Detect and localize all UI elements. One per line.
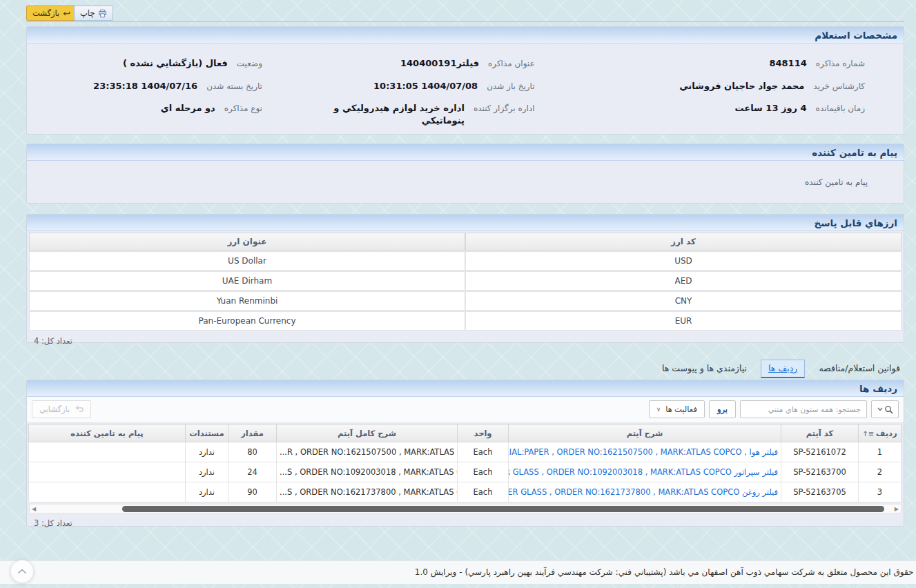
item-qty: 24 bbox=[228, 462, 277, 482]
currency-row: AED UAE Dirham bbox=[29, 271, 902, 291]
item-docs: ندارد bbox=[186, 482, 228, 502]
col-header-qty[interactable]: مقدار bbox=[228, 424, 277, 442]
item-desc-link[interactable]: ...RIAL:FIBER GLASS , ORDER NO:162173780… bbox=[509, 487, 779, 497]
actions-menu-button[interactable]: فعالیت ها ∨ bbox=[649, 400, 705, 418]
item-code: SP-52161072 bbox=[781, 442, 859, 462]
currencies-header-row: کد ارز عنوان ارز bbox=[29, 233, 902, 251]
print-button-label: چاپ bbox=[80, 8, 95, 18]
go-button[interactable]: برو bbox=[709, 400, 736, 418]
currency-row: USD US Dollar bbox=[29, 251, 902, 271]
printer-icon bbox=[98, 9, 107, 18]
inquiry-page: { "header_toolbar": { "back": "بازگشت", … bbox=[0, 0, 916, 588]
scroll-to-top-button[interactable] bbox=[10, 560, 34, 583]
items-toolbar-left-group: بازگشایي bbox=[32, 400, 91, 418]
currency-code: USD bbox=[465, 251, 902, 271]
item-desc-cell: ...RIAL:FIBER GLASS , ORDER NO:162173780… bbox=[509, 482, 781, 502]
currency-name: Yuan Renminbi bbox=[29, 291, 465, 311]
items-total-count: تعداد کل: 3 bbox=[27, 513, 904, 528]
items-panel: ردیف ها برو فعالیت ها ∨ bbox=[26, 380, 904, 527]
currencies-table: کد ارز عنوان ارز USD US Dollar AED UAE D… bbox=[29, 232, 902, 331]
col-header-item-code[interactable]: کد آیتم bbox=[781, 424, 859, 442]
item-qty: 90 bbox=[228, 482, 277, 502]
field-value: فعال (بازگشایي نشده ) bbox=[123, 57, 228, 70]
copyright-text: كلیه حقوق این محصول متعلق به شركت سهامي … bbox=[415, 567, 916, 577]
tab-inquiry-rules[interactable]: قوانین استعلام/مناقصه bbox=[815, 360, 904, 378]
item-supplier-msg bbox=[29, 462, 186, 482]
scrollbar-thumb[interactable] bbox=[122, 506, 884, 512]
field-label: کارشناس خرید bbox=[813, 81, 865, 91]
items-table: ردیف↑≡ کد آیتم شرح آیتم واحد شرح کامل آی… bbox=[28, 424, 902, 502]
chevron-down-icon bbox=[877, 407, 883, 411]
field-time-remaining: زمان باقیمانده 4 روز 13 ساعت bbox=[535, 102, 865, 126]
field-label: نوع مذاکره bbox=[224, 104, 262, 113]
field-label: تاریخ باز شدن bbox=[487, 81, 534, 91]
item-desc-link[interactable]: ..., MATERIAL:PAPER , ORDER NO:162150750… bbox=[509, 447, 779, 457]
tab-requirements-attachments[interactable]: نیازمندي ها و پیوست ها bbox=[658, 360, 751, 378]
detail-tabs: قوانین استعلام/مناقصه ردیف ها نیازمندي ه… bbox=[26, 357, 904, 378]
currency-name: Pan-European Currency bbox=[29, 311, 465, 331]
field-label: عنوان مذاکره bbox=[488, 59, 535, 68]
currency-name: US Dollar bbox=[29, 251, 465, 271]
items-header-row: ردیف↑≡ کد آیتم شرح آیتم واحد شرح کامل آی… bbox=[29, 424, 902, 442]
chevron-down-icon: ∨ bbox=[656, 406, 661, 413]
item-qty: 80 bbox=[228, 442, 277, 462]
field-label: اداره برگزار کننده bbox=[474, 104, 535, 113]
field-value: 1404/07/08 10:31:05 bbox=[373, 80, 478, 92]
item-desc-link[interactable]: ...AL:FIBER GLASS , ORDER NO:1092003018 … bbox=[509, 467, 779, 477]
print-button[interactable]: چاپ bbox=[74, 6, 113, 21]
items-title: ردیف ها bbox=[27, 380, 904, 397]
field-buyer-expert: کارشناس خرید محمد جواد حاجیان فروشاني bbox=[535, 80, 865, 92]
search-options-button[interactable] bbox=[871, 400, 899, 418]
field-negotiation-no: شماره مذاکره 848114 bbox=[535, 57, 865, 70]
currencies-title: ارزهاي قابل پاسخ bbox=[27, 215, 904, 231]
col-header-docs[interactable]: مستندات bbox=[186, 424, 228, 442]
item-supplier-msg bbox=[29, 442, 186, 462]
col-header-item-desc[interactable]: شرح آیتم bbox=[509, 424, 781, 442]
horizontal-scrollbar[interactable]: ◀ ▶ bbox=[29, 504, 902, 513]
back-button[interactable]: ↩ بازگشت bbox=[26, 6, 77, 21]
reopen-button[interactable]: بازگشایي bbox=[32, 400, 91, 418]
item-desc-cell: ...AL:FIBER GLASS , ORDER NO:1092003018 … bbox=[509, 462, 781, 482]
item-supplier-msg bbox=[29, 482, 186, 502]
scroll-left-arrow-icon[interactable]: ◀ bbox=[32, 505, 36, 513]
field-value: 848114 bbox=[769, 57, 806, 70]
actions-menu-label: فعالیت ها bbox=[665, 404, 697, 414]
field-value: محمد جواد حاجیان فروشاني bbox=[679, 80, 804, 92]
currencies-total-count: تعداد کل: 4 bbox=[27, 331, 904, 346]
col-header-unit[interactable]: واحد bbox=[458, 424, 509, 442]
field-label: زمان باقیمانده bbox=[816, 104, 865, 113]
sort-ascending-icon: ↑≡ bbox=[862, 430, 874, 438]
search-input[interactable] bbox=[740, 400, 867, 418]
item-code: SP-52163705 bbox=[781, 482, 859, 502]
currency-code: AED bbox=[465, 271, 902, 291]
currency-name: UAE Dirham bbox=[29, 271, 465, 291]
item-unit: Each bbox=[458, 442, 509, 462]
col-header-row-no[interactable]: ردیف↑≡ bbox=[859, 424, 902, 442]
col-header-supplier-msg[interactable]: پیام به تامین کننده bbox=[29, 424, 186, 442]
col-header-full-desc[interactable]: شرح کامل آیتم bbox=[277, 424, 458, 442]
item-row-no: 2 bbox=[859, 462, 902, 482]
chevron-up-icon bbox=[17, 569, 27, 574]
currency-row: EUR Pan-European Currency bbox=[29, 311, 902, 331]
search-icon bbox=[884, 405, 893, 414]
item-full-desc: ...S , ORDER NO:1092003018 , MARK:ATLAS … bbox=[277, 462, 458, 482]
item-row: 2 SP-52163700 ...AL:FIBER GLASS , ORDER … bbox=[29, 462, 902, 482]
items-toolbar-search-group: برو فعالیت ها ∨ bbox=[649, 400, 899, 418]
item-full-desc: ...R , ORDER NO:1621507500 , MARK:ATLAS … bbox=[277, 442, 458, 462]
inquiry-specs-panel: مشخصات استعلام شماره مذاکره 848114 عنوان… bbox=[26, 26, 904, 135]
item-code: SP-52163700 bbox=[781, 462, 859, 482]
currencies-panel: ارزهاي قابل پاسخ کد ارز عنوان ارز USD US… bbox=[26, 214, 904, 343]
supplier-message-label: پیام به تامین کننده bbox=[27, 161, 904, 187]
field-value: 4 روز 13 ساعت bbox=[735, 102, 807, 115]
inquiry-fields: شماره مذاکره 848114 عنوان مذاکره فیلتر14… bbox=[27, 43, 904, 126]
item-row: 1 SP-52161072 ..., MATERIAL:PAPER , ORDE… bbox=[29, 442, 902, 462]
field-value: اداره خرید لوازم هیدرولیکي و پنوماتیکي bbox=[323, 102, 465, 126]
field-label: شماره مذاکره bbox=[816, 59, 865, 68]
tab-items[interactable]: ردیف ها bbox=[761, 360, 805, 378]
scroll-right-arrow-icon[interactable]: ▶ bbox=[895, 505, 899, 513]
field-close-date: تاریخ بسته شدن 1404/07/16 23:35:18 bbox=[39, 80, 262, 92]
supplier-message-panel: پیام به تامین کننده پیام به تامین کننده bbox=[26, 144, 904, 204]
item-row-no: 3 bbox=[859, 482, 902, 502]
currency-row: CNY Yuan Renminbi bbox=[29, 291, 902, 311]
field-status: وضعیت فعال (بازگشایي نشده ) bbox=[39, 57, 262, 70]
